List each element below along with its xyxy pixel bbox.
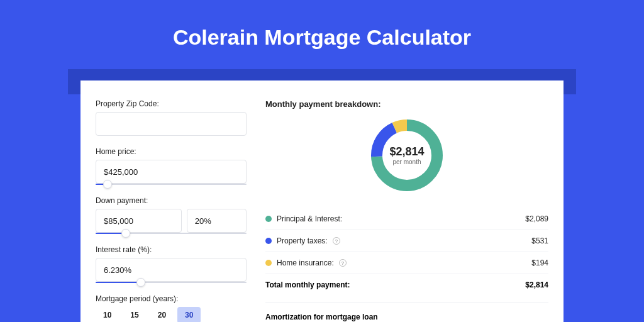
legend-label: Home insurance: bbox=[277, 258, 334, 267]
home-price-label: Home price: bbox=[96, 147, 247, 156]
interest-input[interactable] bbox=[96, 258, 247, 282]
period-buttons: 10152030 bbox=[96, 307, 247, 322]
home-price-input[interactable] bbox=[96, 160, 247, 184]
down-payment-pct-input[interactable] bbox=[187, 209, 247, 233]
legend-amount: $2,089 bbox=[525, 214, 548, 223]
period-button-30[interactable]: 30 bbox=[177, 307, 201, 322]
period-button-20[interactable]: 20 bbox=[150, 307, 174, 322]
legend-amount: $531 bbox=[531, 236, 548, 245]
legend-dot bbox=[265, 238, 272, 244]
amortization-section: Amortization for mortgage loan Amortizat… bbox=[265, 302, 548, 322]
down-payment-label: Down payment: bbox=[96, 196, 247, 205]
interest-slider[interactable] bbox=[96, 282, 247, 283]
legend-row: Principal & Interest:$2,089 bbox=[265, 208, 548, 230]
period-button-15[interactable]: 15 bbox=[123, 307, 146, 322]
period-label: Mortgage period (years): bbox=[96, 294, 247, 303]
down-payment-slider-thumb[interactable] bbox=[121, 229, 130, 238]
info-icon[interactable]: ? bbox=[339, 259, 347, 267]
down-payment-input[interactable] bbox=[96, 209, 182, 233]
legend-row: Property taxes:?$531 bbox=[265, 230, 548, 252]
interest-slider-thumb[interactable] bbox=[136, 278, 145, 287]
payment-donut-chart: $2,814 per month bbox=[369, 118, 445, 193]
home-price-slider[interactable] bbox=[96, 184, 247, 185]
total-amount: $2,814 bbox=[525, 280, 548, 289]
donut-center-amount: $2,814 bbox=[389, 145, 424, 158]
breakdown-title: Monthly payment breakdown: bbox=[265, 99, 548, 109]
legend-label: Property taxes: bbox=[277, 236, 328, 245]
page-title: Colerain Mortgage Calculator bbox=[0, 0, 644, 67]
legend-dot bbox=[265, 260, 272, 266]
interest-slider-fill bbox=[96, 282, 141, 283]
legend-row: Home insurance:?$194 bbox=[265, 252, 548, 274]
zip-label: Property Zip Code: bbox=[96, 99, 247, 108]
zip-input[interactable] bbox=[96, 112, 247, 136]
legend-amount: $194 bbox=[531, 258, 548, 267]
donut-center-period: per month bbox=[389, 158, 424, 165]
amortization-title: Amortization for mortgage loan bbox=[265, 313, 548, 321]
results-column: Monthly payment breakdown: $2,814 per mo… bbox=[265, 99, 548, 303]
period-button-10[interactable]: 10 bbox=[96, 307, 119, 322]
legend-label: Principal & Interest: bbox=[277, 214, 342, 223]
calculator-panel: Property Zip Code: Home price: Down paym… bbox=[80, 80, 564, 322]
legend-dot bbox=[265, 216, 272, 222]
interest-label: Interest rate (%): bbox=[96, 245, 247, 254]
info-icon[interactable]: ? bbox=[333, 237, 340, 245]
down-payment-slider[interactable] bbox=[96, 233, 247, 234]
total-label: Total monthly payment: bbox=[265, 280, 350, 289]
home-price-slider-thumb[interactable] bbox=[103, 180, 112, 189]
form-column: Property Zip Code: Home price: Down paym… bbox=[96, 99, 247, 303]
